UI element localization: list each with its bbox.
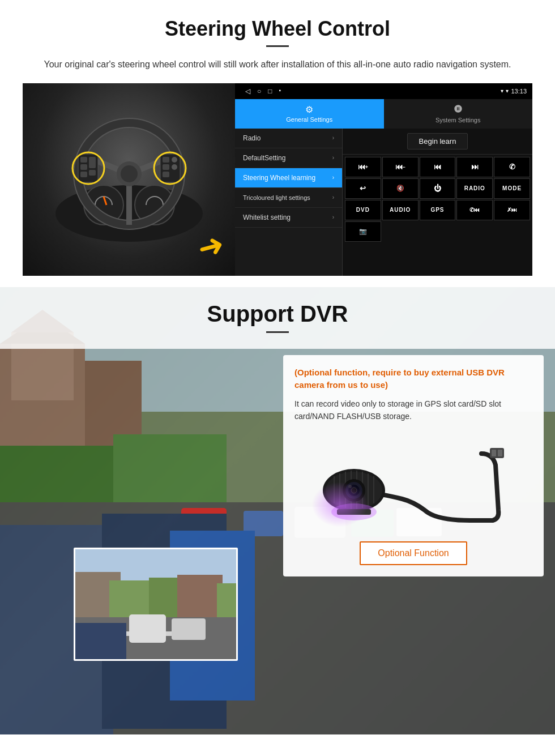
ctrl-btn-mode[interactable]: MODE xyxy=(494,178,530,199)
android-statusbar: ◁ ○ □ ▪ ▾ ▾ 13:13 xyxy=(235,83,532,99)
steering-wheel-svg xyxy=(50,100,208,259)
nav-icons: ◁ ○ □ ▪ xyxy=(241,87,497,95)
dashcam-thumbnail xyxy=(74,548,238,661)
ctrl-btn-power[interactable]: ⏻ xyxy=(420,178,456,199)
android-ui-panel: ◁ ○ □ ▪ ▾ ▾ 13:13 ⚙ General Settings xyxy=(235,83,532,276)
steering-section: Steering Wheel Control Your original car… xyxy=(0,0,555,287)
time-display: 13:13 xyxy=(511,88,527,95)
menu-arrow-radio: › xyxy=(332,135,334,141)
menu-arrow-whitelist: › xyxy=(332,214,334,220)
menu-left-panel: Radio › DefaultSetting › Steering Wheel … xyxy=(235,129,343,276)
svg-rect-56 xyxy=(75,623,126,661)
svg-rect-13 xyxy=(80,172,87,177)
svg-rect-15 xyxy=(89,170,96,176)
general-settings-icon: ⚙ xyxy=(305,104,313,115)
dvr-title-divider xyxy=(266,331,289,333)
dashcam-view-svg xyxy=(75,549,238,661)
menu-icon: ▪ xyxy=(279,87,281,95)
ctrl-btn-call[interactable]: ✆ xyxy=(494,157,530,177)
menu-item-radio[interactable]: Radio › xyxy=(235,129,342,148)
tab-general-settings[interactable]: ⚙ General Settings xyxy=(235,99,384,129)
ctrl-btn-vol-up[interactable]: ⏮+ xyxy=(345,157,381,177)
yellow-arrow: ➜ xyxy=(194,225,228,267)
dvr-info-card: (Optional function, require to buy exter… xyxy=(283,355,544,577)
android-tabs: ⚙ General Settings System Settings xyxy=(235,99,532,129)
recent-icon: □ xyxy=(268,87,272,95)
ctrl-btn-hangup[interactable]: ↩ xyxy=(345,178,381,199)
status-icons: ▾ ▾ 13:13 xyxy=(501,88,527,95)
steering-description: Your original car's steering wheel contr… xyxy=(34,57,521,72)
ctrl-btn-camera[interactable]: 📷 xyxy=(345,221,381,242)
ctrl-btn-skip[interactable]: ✗⏭ xyxy=(494,200,530,220)
dvr-section-title: Support DVR xyxy=(0,301,555,327)
control-buttons-grid: ⏮+ ⏮− ⏮ ⏭ ✆ ↩ 🔇 ⏻ RADIO MODE DVD AUDIO xyxy=(343,155,532,244)
page-title: Steering Wheel Control xyxy=(23,17,532,41)
dvr-camera-image xyxy=(294,431,532,533)
ctrl-btn-next[interactable]: ⏭ xyxy=(456,157,493,177)
svg-point-21 xyxy=(172,164,177,170)
wifi-icon: ▾ xyxy=(506,88,509,94)
ctrl-btn-mute[interactable]: 🔇 xyxy=(382,178,419,199)
svg-rect-14 xyxy=(89,157,96,168)
back-icon: ◁ xyxy=(245,87,250,95)
svg-rect-60 xyxy=(498,450,502,456)
svg-rect-12 xyxy=(80,164,87,170)
signal-icon: ▾ xyxy=(501,88,503,94)
svg-rect-11 xyxy=(80,157,87,163)
menu-item-default[interactable]: DefaultSetting › xyxy=(235,148,342,168)
svg-rect-17 xyxy=(163,157,169,163)
dashcam-thumb-inner xyxy=(75,549,236,659)
ctrl-btn-prev[interactable]: ⏮ xyxy=(420,157,456,177)
ctrl-btn-radio[interactable]: RADIO xyxy=(456,178,493,199)
dvr-card-title: (Optional function, require to buy exter… xyxy=(294,366,532,392)
svg-rect-57 xyxy=(129,614,166,643)
optional-button-wrapper: Optional Function xyxy=(294,541,532,565)
ctrl-btn-gps[interactable]: GPS xyxy=(420,200,456,220)
home-icon: ○ xyxy=(257,87,261,95)
svg-rect-19 xyxy=(163,172,169,177)
begin-learn-row: Begin learn xyxy=(343,129,532,155)
ctrl-btn-call-prev[interactable]: ✆⏮ xyxy=(456,200,493,220)
system-settings-icon xyxy=(454,104,463,116)
begin-learn-button[interactable]: Begin learn xyxy=(407,133,468,150)
menu-item-steering-learning[interactable]: Steering Wheel learning › xyxy=(235,168,342,188)
menu-item-tricoloured[interactable]: Tricoloured light settings › xyxy=(235,188,342,208)
menu-arrow-steering: › xyxy=(332,174,334,181)
ctrl-btn-vol-down[interactable]: ⏮− xyxy=(382,157,419,177)
svg-rect-59 xyxy=(492,450,496,456)
ctrl-btn-audio[interactable]: AUDIO xyxy=(382,200,419,220)
title-divider xyxy=(266,45,289,47)
dvr-section: Support DVR xyxy=(0,287,555,734)
svg-point-9 xyxy=(121,165,138,182)
menu-arrow-default: › xyxy=(332,155,334,161)
ctrl-btn-dvd[interactable]: DVD xyxy=(345,200,381,220)
optional-function-button[interactable]: Optional Function xyxy=(360,541,467,565)
tab-system-settings[interactable]: System Settings xyxy=(384,99,533,129)
menu-item-whitelist[interactable]: Whitelist setting › xyxy=(235,208,342,228)
svg-point-20 xyxy=(172,157,177,163)
android-menu: Radio › DefaultSetting › Steering Wheel … xyxy=(235,129,532,276)
menu-right-panel: Begin learn ⏮+ ⏮− ⏮ ⏭ ✆ ↩ 🔇 ⏻ R xyxy=(343,129,532,276)
svg-rect-32 xyxy=(113,434,227,502)
steering-content-area: ➜ ◁ ○ □ ▪ ▾ ▾ 13:13 xyxy=(23,83,532,276)
svg-rect-55 xyxy=(172,618,206,640)
dvr-title-area: Support DVR xyxy=(0,287,555,349)
dvr-card-text: It can record video only to storage in G… xyxy=(294,398,532,423)
svg-rect-18 xyxy=(163,164,169,170)
menu-arrow-tri: › xyxy=(332,194,334,200)
camera-glow xyxy=(311,482,368,527)
steering-wheel-image: ➜ xyxy=(23,83,235,276)
